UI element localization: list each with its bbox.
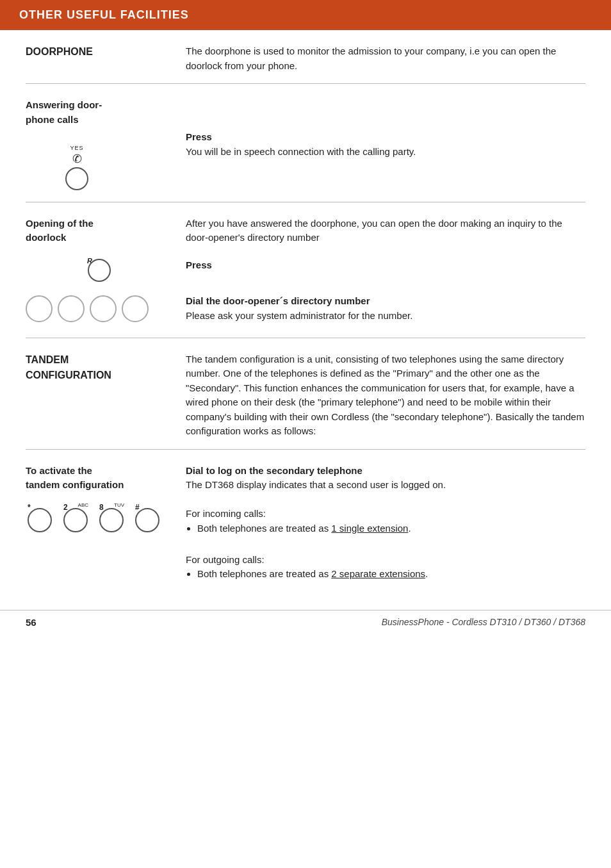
tandem-section: TANDEMCONFIGURATION The tandem configura… <box>26 345 585 443</box>
doorlock-title: Opening of thedoorlock <box>26 218 94 243</box>
dial-label-col: Dial the door-opener´s directory number … <box>186 294 585 323</box>
eight-key: 8 TUV <box>97 502 126 534</box>
doorlock-left: Opening of thedoorlock <box>26 217 186 245</box>
divider-3 <box>26 338 585 338</box>
incoming-bullet-text: Both telephones are treated as 1 single … <box>197 523 411 534</box>
activate-tandem-right: Dial to log on the secondary telephone T… <box>186 464 585 584</box>
outgoing-bullet: Both telephones are treated as 2 separat… <box>197 567 585 582</box>
abc-label: ABC <box>78 502 88 509</box>
separate-extensions-link: 2 separate extensions <box>331 568 425 579</box>
content-area: DOORPHONE The doorphone is used to monit… <box>0 30 611 598</box>
yes-circle <box>65 167 88 190</box>
activate-tandem-title: To activate thetandem configuration <box>26 465 124 491</box>
activate-dial-desc: The DT368 display indicates that a secon… <box>186 479 446 490</box>
incoming-bullet: Both telephones are treated as 1 single … <box>197 521 585 536</box>
activate-tandem-section: To activate thetandem configuration * 2 … <box>26 456 585 588</box>
footer-brand: BusinessPhone - Cordless DT310 / DT360 /… <box>382 616 585 629</box>
tandem-right: The tandem configuration is a unit, cons… <box>186 352 585 439</box>
doorphone-section: DOORPHONE The doorphone is used to monit… <box>26 37 585 77</box>
incoming-list: Both telephones are treated as 1 single … <box>186 521 585 536</box>
two-key-circle <box>63 508 88 532</box>
eight-key-circle <box>99 508 124 532</box>
dial-circle-1 <box>26 295 53 322</box>
header-title: OTHER USEFUL FACILITIES <box>19 8 189 21</box>
answering-press-label: Press <box>186 131 212 142</box>
doorphone-right: The doorphone is used to monitor the adm… <box>186 44 585 73</box>
incoming-label: For incoming calls: <box>186 508 266 519</box>
dial-circle-3 <box>90 295 117 322</box>
divider-2 <box>26 202 585 202</box>
outgoing-list: Both telephones are treated as 2 separat… <box>186 567 585 582</box>
dial-circles-col <box>26 290 186 327</box>
page: OTHER USEFUL FACILITIES DOORPHONE The do… <box>0 0 611 868</box>
doorphone-title: DOORPHONE <box>26 46 93 57</box>
tandem-left: TANDEMCONFIGURATION <box>26 352 186 383</box>
dial-circle-4 <box>122 295 149 322</box>
dial-circles-row: Dial the door-opener´s directory number … <box>26 290 585 331</box>
hash-key-circle <box>135 508 159 532</box>
doorlock-description: After you have answered the doorphone, y… <box>186 218 562 243</box>
hash-key: # <box>133 502 161 534</box>
divider-1 <box>26 83 585 84</box>
answering-right: Press You will be in speech connection w… <box>186 98 585 159</box>
page-number: 56 <box>26 616 37 630</box>
dial-circles <box>26 295 173 322</box>
footer: 56 BusinessPhone - Cordless DT310 / DT36… <box>0 610 611 630</box>
single-extension-link: 1 single extension <box>331 523 408 534</box>
doorlock-right-top: After you have answered the doorphone, y… <box>186 217 585 245</box>
doorlock-press-right: Press <box>186 253 585 273</box>
yes-button-area: YES ✆ <box>64 140 173 192</box>
r-button: R <box>86 256 113 283</box>
star-key-circle <box>28 508 52 532</box>
doorlock-press-label: Press <box>186 259 212 270</box>
star-key-label: * <box>28 502 31 513</box>
yes-button: YES ✆ <box>64 144 90 192</box>
tandem-title: TANDEMCONFIGURATION <box>26 354 111 381</box>
dial-label: Dial the door-opener´s directory number <box>186 295 370 306</box>
answering-press-desc: You will be in speech connection with th… <box>186 146 416 157</box>
answering-section: Answering door-phone calls YES ✆ Press Y… <box>26 90 585 195</box>
activate-dial-label: Dial to log on the secondary telephone <box>186 465 363 476</box>
yes-label: YES <box>70 144 83 153</box>
tuv-label: TUV <box>114 502 124 509</box>
two-key: 2 ABC <box>61 502 90 534</box>
tandem-description: The tandem configuration is a unit, cons… <box>186 354 584 437</box>
dial-desc: Please ask your system administrator for… <box>186 310 412 321</box>
outgoing-bullet-text: Both telephones are treated as 2 separat… <box>197 568 428 579</box>
outgoing-label: For outgoing calls: <box>186 554 265 565</box>
divider-4 <box>26 449 585 450</box>
handset-icon: ✆ <box>72 153 82 165</box>
answering-left: Answering door-phone calls YES ✆ <box>26 98 186 192</box>
doorlock-section: Opening of thedoorlock After you have an… <box>26 209 585 249</box>
dial-circle-2 <box>58 295 85 322</box>
doorphone-description: The doorphone is used to monitor the adm… <box>186 45 556 71</box>
r-circle <box>88 259 111 282</box>
doorphone-left: DOORPHONE <box>26 44 186 60</box>
answering-title: Answering door-phone calls <box>26 98 173 127</box>
header-bar: OTHER USEFUL FACILITIES <box>0 0 611 30</box>
doorlock-press-row: R Press <box>26 253 585 286</box>
tandem-keys: * 2 ABC 8 TUV <box>26 502 173 534</box>
r-button-col: R <box>26 253 186 283</box>
star-key: * <box>26 502 54 534</box>
activate-tandem-left: To activate thetandem configuration * 2 … <box>26 464 186 539</box>
